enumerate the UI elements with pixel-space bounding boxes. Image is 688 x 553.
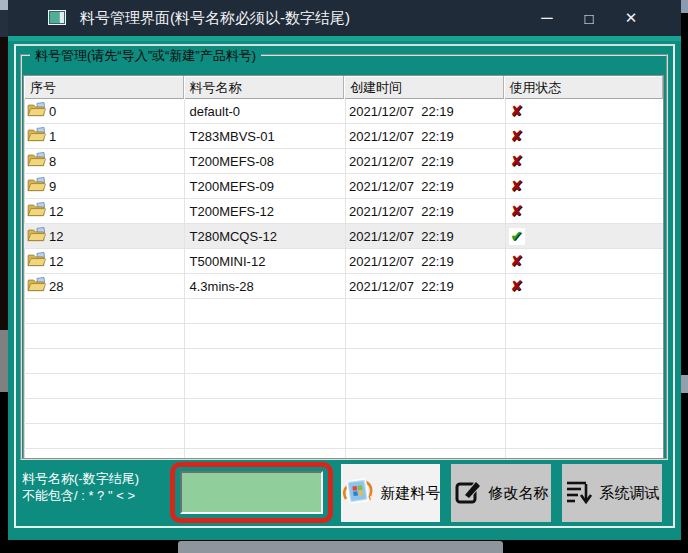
table-row[interactable]: 1 T283MBVS-01 2021/12/07 22:19 ✘ (24, 124, 663, 149)
status-cell: ✘ (504, 124, 664, 148)
status-inactive-icon: ✘ (509, 103, 525, 120)
status-inactive-icon: ✘ (509, 128, 525, 145)
row-name: T500MINI-12 (190, 254, 266, 269)
row-created: 2021/12/07 22:19 (349, 254, 454, 269)
close-button[interactable]: ✕ (614, 0, 648, 36)
row-name: default-0 (190, 104, 241, 119)
row-created: 2021/12/07 22:19 (349, 229, 454, 244)
status-cell: ✘ (504, 249, 664, 273)
status-cell: ✘ (504, 199, 664, 223)
row-name: T283MBVS-01 (190, 129, 275, 144)
background-window-fragment (178, 541, 503, 553)
folder-icon (27, 127, 46, 145)
row-created: 2021/12/07 22:19 (349, 104, 454, 119)
folder-icon (27, 177, 46, 195)
table-empty-row (24, 299, 663, 324)
row-name: T200MEFS-09 (190, 179, 275, 194)
app-form-icon (48, 10, 66, 25)
status-cell: ✘ (504, 99, 664, 123)
table-empty-row (24, 324, 663, 349)
new-material-button[interactable]: 新建料号 (341, 464, 440, 522)
table-row[interactable]: 12 T500MINI-12 2021/12/07 22:19 ✘ (24, 249, 663, 274)
column-header-name[interactable]: 料号名称 (184, 76, 345, 99)
desktop: 料号管理界面(料号名称必须以-数字结尾) ─ □ ✕ 料号管理(请先“导入”或“… (0, 0, 688, 553)
folder-icon (27, 102, 46, 120)
system-debug-button[interactable]: 系统调试 (562, 464, 662, 522)
titlebar: 料号管理界面(料号名称必须以-数字结尾) ─ □ ✕ (8, 0, 681, 36)
row-name: T200MEFS-08 (190, 154, 275, 169)
created-cell: 2021/12/07 22:19 (344, 274, 504, 298)
column-header-index[interactable]: 序号 (24, 76, 184, 99)
background-window-fragment (0, 330, 8, 392)
status-cell: ✔ (504, 224, 664, 248)
name-rule-hint: 料号名称(-数字结尾) 不能包含/ : * ? " < > (22, 470, 139, 504)
row-name: T200MEFS-12 (190, 204, 275, 219)
folder-icon (27, 227, 46, 245)
table-row[interactable]: 8 T200MEFS-08 2021/12/07 22:19 ✘ (24, 149, 663, 174)
background-window-fragment (0, 10, 8, 37)
table-empty-row (24, 349, 663, 374)
created-cell: 2021/12/07 22:19 (344, 124, 504, 148)
folder-icon (27, 252, 46, 270)
background-window-fragment (0, 0, 8, 10)
status-inactive-icon: ✘ (509, 178, 525, 195)
row-created: 2021/12/07 22:19 (349, 204, 454, 219)
status-inactive-icon: ✘ (509, 278, 525, 295)
folder-icon (27, 202, 46, 220)
table-empty-row (24, 424, 663, 449)
row-index: 12 (49, 204, 63, 219)
hint-line1: 料号名称(-数字结尾) (22, 470, 139, 487)
list-download-icon (565, 478, 593, 509)
new-material-icon (341, 476, 374, 510)
name-cell: default-0 (184, 99, 345, 123)
column-divider (345, 99, 346, 459)
window-title: 料号管理界面(料号名称必须以-数字结尾) (80, 9, 350, 28)
table-row[interactable]: 12 T200MEFS-12 2021/12/07 22:19 ✘ (24, 199, 663, 224)
minimize-button[interactable]: ─ (530, 0, 564, 36)
titlebar-accent-strip (8, 36, 681, 41)
table-row[interactable]: 28 4.3mins-28 2021/12/07 22:19 ✘ (24, 274, 663, 299)
row-index: 9 (49, 179, 56, 194)
table-body: 0 default-0 2021/12/07 22:19 ✘ 1 T283MBV… (24, 99, 663, 459)
created-cell: 2021/12/07 22:19 (344, 149, 504, 173)
material-name-input[interactable] (180, 471, 323, 514)
created-cell: 2021/12/07 22:19 (344, 99, 504, 123)
status-cell: ✘ (504, 274, 664, 298)
row-index: 12 (49, 229, 63, 244)
background-window-fragment (681, 375, 688, 393)
column-header-created[interactable]: 创建时间 (344, 76, 504, 99)
row-index: 0 (49, 104, 56, 119)
name-cell: T500MINI-12 (184, 249, 345, 273)
name-cell: T200MEFS-09 (184, 174, 345, 198)
index-cell: 12 (24, 224, 184, 248)
row-name: T280MCQS-12 (190, 229, 277, 244)
table-row[interactable]: 12 T280MCQS-12 2021/12/07 22:19 ✔ (24, 224, 663, 249)
table-row[interactable]: 9 T200MEFS-09 2021/12/07 22:19 ✘ (24, 174, 663, 199)
name-cell: 4.3mins-28 (184, 274, 345, 298)
material-table: 序号 料号名称 创建时间 使用状态 0 default-0 2021/12/0 (23, 75, 664, 459)
table-row[interactable]: 0 default-0 2021/12/07 22:19 ✘ (24, 99, 663, 124)
background-window-fragment (0, 37, 8, 330)
maximize-button[interactable]: □ (572, 0, 606, 36)
row-name: 4.3mins-28 (190, 279, 254, 294)
name-cell: T280MCQS-12 (184, 224, 345, 248)
row-index: 12 (49, 254, 63, 269)
row-index: 1 (49, 129, 56, 144)
folder-icon (27, 152, 46, 170)
material-manager-window: 料号管理界面(料号名称必须以-数字结尾) ─ □ ✕ 料号管理(请先“导入”或“… (8, 0, 681, 540)
column-header-status[interactable]: 使用状态 (504, 76, 664, 99)
index-cell: 0 (24, 99, 184, 123)
column-divider (505, 99, 506, 459)
new-material-label: 新建料号 (381, 484, 441, 503)
index-cell: 9 (24, 174, 184, 198)
table-empty-row (24, 399, 663, 424)
status-inactive-icon: ✘ (509, 153, 525, 170)
status-inactive-icon: ✘ (509, 253, 525, 270)
index-cell: 8 (24, 149, 184, 173)
rename-button[interactable]: 修改名称 (451, 464, 551, 522)
row-created: 2021/12/07 22:19 (349, 129, 454, 144)
folder-icon (27, 277, 46, 295)
created-cell: 2021/12/07 22:19 (344, 249, 504, 273)
system-debug-label: 系统调试 (600, 484, 660, 503)
created-cell: 2021/12/07 22:19 (344, 224, 504, 248)
